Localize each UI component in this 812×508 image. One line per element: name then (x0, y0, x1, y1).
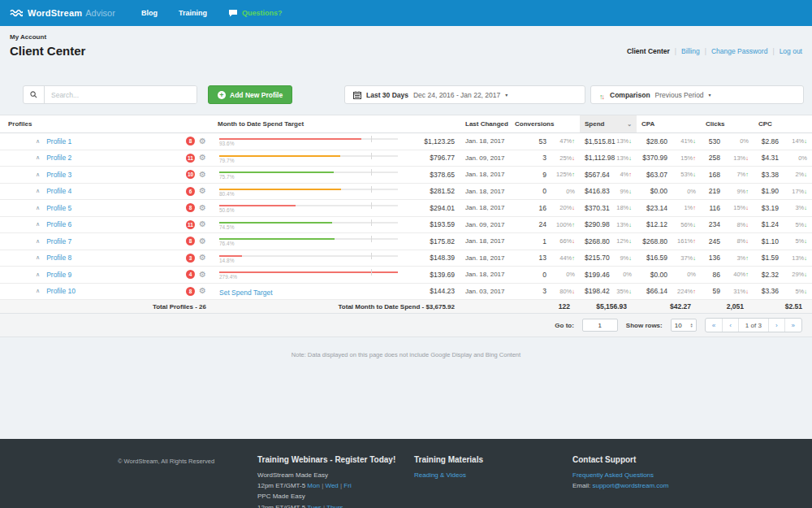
collapse-chevron-icon[interactable]: ∧ (36, 154, 40, 161)
gear-icon[interactable]: ⚙ (199, 204, 206, 212)
gear-icon[interactable]: ⚙ (199, 154, 206, 162)
profile-link[interactable]: Profile 4 (46, 187, 71, 195)
gear-icon[interactable]: ⚙ (199, 220, 206, 228)
cell-last-changed: Jan. 09, 2017 (461, 221, 510, 228)
alert-badge[interactable]: 4 (186, 270, 195, 279)
col-header-spend[interactable]: Spend ⌄ (580, 115, 637, 132)
account-link-log-out[interactable]: Log out (780, 47, 802, 55)
cell-clicks: 245 8%↓ (701, 237, 754, 245)
cell-last-changed: Jan. 18, 2017 (461, 171, 510, 178)
col-header-cpc[interactable]: CPC (754, 120, 812, 128)
clicks-value: 258 (706, 154, 720, 162)
profile-link[interactable]: Profile 3 (46, 171, 71, 179)
profile-link[interactable]: Profile 10 (46, 287, 76, 295)
gear-icon[interactable]: ⚙ (199, 254, 206, 262)
col-header-target[interactable]: Month to Date Spend Target (213, 120, 406, 128)
reading-videos-link[interactable]: Reading & Videos (414, 471, 466, 479)
alert-badge[interactable]: 6 (186, 187, 195, 196)
cpc-value: $2.32 (758, 271, 779, 279)
footer: © WordStream, All Rights Reserved Traini… (0, 439, 812, 508)
alert-badge[interactable]: 11 (186, 154, 195, 163)
cell-profile: ∧ Profile 8 3 ⚙ (0, 254, 213, 263)
target-percent-label: 93.6% (219, 141, 234, 146)
add-new-profile-button[interactable]: + Add New Profile (208, 85, 292, 104)
collapse-chevron-icon[interactable]: ∧ (36, 254, 40, 261)
conversions-change: 66%↓ (546, 237, 575, 245)
gear-icon[interactable]: ⚙ (199, 237, 206, 245)
cell-clicks: 219 9%↑ (701, 187, 754, 195)
gear-icon[interactable]: ⚙ (199, 271, 206, 279)
gear-icon[interactable]: ⚙ (199, 187, 206, 195)
brand-logo[interactable]: WordStream Advisor (10, 8, 115, 18)
webinar-day-link[interactable]: Fri (343, 482, 351, 489)
conversions-change: 0% (546, 271, 575, 278)
profile-link[interactable]: Profile 6 (46, 220, 71, 228)
gear-icon[interactable]: ⚙ (199, 171, 206, 179)
profile-link[interactable]: Profile 2 (46, 154, 71, 162)
last-page-button[interactable]: » (785, 319, 801, 332)
col-header-clicks[interactable]: Clicks (701, 120, 754, 128)
col-header-profiles[interactable]: Profiles (0, 120, 213, 128)
profile-link[interactable]: Profile 1 (46, 137, 71, 145)
collapse-chevron-icon[interactable]: ∧ (36, 172, 40, 178)
cpa-value: $63.07 (641, 171, 667, 179)
prev-page-button[interactable]: ‹ (723, 319, 739, 332)
support-email-link[interactable]: support@wordstream.com (592, 482, 668, 489)
collapse-chevron-icon[interactable]: ∧ (36, 205, 40, 211)
webinar-day-link[interactable]: Wed (325, 482, 338, 489)
collapse-chevron-icon[interactable]: ∧ (36, 138, 40, 145)
down-arrow-icon: ↓ (628, 188, 632, 195)
webinars-heading: Training Webinars - Register Today! (257, 455, 414, 464)
cpa-change: 56%↓ (667, 221, 696, 228)
date-range-filter[interactable]: Last 30 Days Dec 24, 2016 - Jan 22, 2017… (344, 85, 585, 104)
account-link-billing[interactable]: Billing (681, 47, 700, 55)
cpc-change: 5%↓ (779, 221, 807, 228)
profile-link[interactable]: Profile 7 (46, 237, 71, 245)
webinar-day-link[interactable]: Thurs (326, 504, 343, 508)
cell-spend: $1,515.81 13%↓ (580, 137, 637, 145)
account-link-change-password[interactable]: Change Password (711, 47, 767, 55)
alert-badge[interactable]: 8 (186, 203, 195, 212)
search-icon[interactable] (24, 86, 45, 103)
gear-icon[interactable]: ⚙ (199, 137, 206, 145)
alert-badge[interactable]: 11 (186, 220, 195, 229)
col-header-last-changed[interactable]: Last Changed (461, 120, 510, 128)
webinar-day-link[interactable]: Tues (307, 504, 322, 508)
collapse-chevron-icon[interactable]: ∧ (36, 271, 40, 278)
cell-clicks: 258 13%↓ (701, 154, 754, 162)
alert-badge[interactable]: 8 (186, 287, 195, 296)
gear-icon[interactable]: ⚙ (199, 287, 206, 295)
profile-link[interactable]: Profile 8 (46, 254, 71, 262)
alert-badge[interactable]: 8 (186, 137, 195, 145)
cell-spend: $290.98 13%↓ (580, 220, 637, 228)
collapse-chevron-icon[interactable]: ∧ (36, 221, 40, 228)
set-spend-target-link[interactable]: Set Spend Target (219, 289, 273, 297)
conversions-value: 16 (515, 204, 546, 212)
faq-link[interactable]: Frequently Asked Questions (572, 471, 654, 479)
alert-badge[interactable]: 3 (186, 254, 195, 263)
rows-per-page-select[interactable]: 10 ▴▾ (671, 319, 697, 332)
webinar-day-link[interactable]: Mon (307, 482, 320, 489)
profile-link[interactable]: Profile 5 (46, 204, 71, 212)
collapse-chevron-icon[interactable]: ∧ (36, 188, 40, 194)
comparison-filter[interactable]: ↑↓ Comparison Previous Period ▾ (590, 85, 804, 104)
collapse-chevron-icon[interactable]: ∧ (36, 288, 40, 294)
cell-conversions: 16 20%↓ (510, 204, 580, 212)
wordstream-waves-icon (10, 8, 23, 18)
nav-link-training[interactable]: Training (179, 9, 207, 17)
col-header-conversions[interactable]: Conversions (510, 120, 580, 128)
alert-badge[interactable]: 10 (186, 170, 195, 179)
next-page-button[interactable]: › (769, 319, 785, 332)
collapse-chevron-icon[interactable]: ∧ (36, 238, 40, 245)
questions-link[interactable]: Questions? (228, 9, 283, 17)
cell-conversions: 1 66%↓ (510, 237, 580, 245)
col-header-cpa[interactable]: CPA (637, 120, 701, 128)
alert-badge[interactable]: 8 (186, 237, 195, 245)
search-input[interactable] (45, 86, 197, 103)
first-page-button[interactable]: « (706, 319, 723, 332)
profile-link[interactable]: Profile 9 (46, 271, 71, 279)
spend-target-bar: 80.4% (219, 186, 398, 197)
nav-link-blog[interactable]: Blog (141, 9, 158, 17)
goto-page-input[interactable] (582, 319, 618, 332)
support-heading: Contact Support (572, 455, 812, 464)
